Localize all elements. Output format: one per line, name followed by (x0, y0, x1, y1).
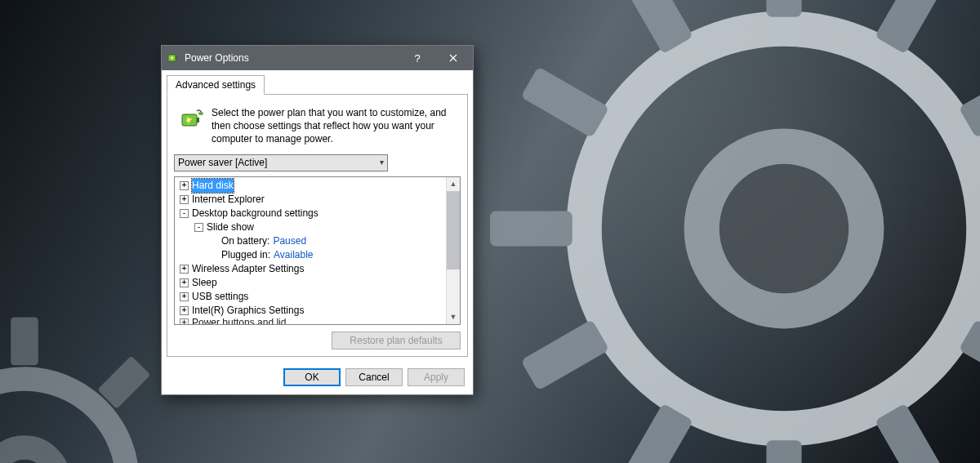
tree-value-plugged-in[interactable]: Plugged in: Available (176, 248, 446, 262)
dialog-body: Advanced settings Select the power plan … (162, 70, 473, 394)
expand-icon[interactable]: + (180, 181, 189, 190)
intro-text: Select the power plan that you want to c… (212, 106, 457, 146)
svg-rect-12 (520, 66, 609, 138)
settings-tree: + Hard disk + Internet Explorer - Deskto… (174, 176, 461, 325)
advanced-settings-panel: Select the power plan that you want to c… (167, 95, 468, 357)
battery-icon (167, 51, 180, 65)
tree-item-power-buttons[interactable]: + Power buttons and lid (176, 316, 446, 324)
scroll-up-icon[interactable]: ▲ (447, 177, 460, 191)
tree-item-internet-explorer[interactable]: + Internet Explorer (176, 193, 446, 207)
gear-large-graphic (490, 0, 980, 463)
expand-icon[interactable]: + (180, 306, 189, 315)
dialog-title: Power Options (185, 52, 399, 64)
tree-label: Internet Explorer (192, 193, 265, 207)
svg-point-15 (0, 447, 59, 463)
expand-icon[interactable]: + (180, 195, 189, 204)
svg-rect-16 (11, 317, 38, 365)
restore-row: Restore plan defaults (174, 325, 461, 349)
desktop-background (0, 0, 980, 463)
tree-item-usb[interactable]: + USB settings (176, 290, 446, 304)
tree-item-wireless[interactable]: + Wireless Adapter Settings (176, 262, 446, 276)
power-options-dialog: Power Options ? Advanced settings Select… (161, 45, 474, 395)
tree-label: Wireless Adapter Settings (192, 262, 304, 276)
tree-label: Slide show (207, 220, 254, 234)
close-button[interactable] (435, 46, 471, 70)
setting-value[interactable]: Available (274, 248, 313, 262)
tree-item-desktop-background[interactable]: - Desktop background settings (176, 207, 446, 220)
scroll-track[interactable] (447, 269, 460, 310)
tab-advanced-settings[interactable]: Advanced settings (167, 75, 265, 95)
svg-rect-25 (176, 56, 177, 60)
help-button[interactable]: ? (399, 46, 435, 70)
svg-rect-4 (490, 211, 572, 246)
close-icon (449, 54, 457, 62)
tree-label: USB settings (192, 290, 248, 304)
intro-row: Select the power plan that you want to c… (174, 103, 461, 154)
setting-label: On battery: (221, 234, 270, 248)
collapse-icon[interactable]: - (180, 209, 189, 218)
expand-icon[interactable]: + (180, 318, 189, 324)
svg-rect-11 (520, 319, 609, 391)
collapse-icon[interactable]: - (194, 223, 203, 232)
power-plan-icon (179, 106, 205, 132)
tree-label: Power buttons and lid (192, 316, 286, 324)
setting-value[interactable]: Paused (273, 234, 306, 248)
scroll-thumb[interactable] (447, 191, 460, 269)
power-plan-selected: Power saver [Active] (178, 157, 267, 168)
tree-body: + Hard disk + Internet Explorer - Deskto… (175, 177, 446, 324)
tree-item-slide-show[interactable]: - Slide show (176, 220, 446, 234)
restore-defaults-button[interactable]: Restore plan defaults (332, 332, 461, 349)
tree-label: Sleep (192, 276, 217, 290)
tree-scrollbar[interactable]: ▲ ▼ (446, 177, 460, 324)
tree-value-on-battery[interactable]: On battery: Paused (176, 234, 446, 248)
tree-label: Desktop background settings (192, 207, 318, 220)
apply-button[interactable]: Apply (408, 368, 465, 386)
svg-rect-2 (766, 0, 801, 17)
tree-item-sleep[interactable]: + Sleep (176, 276, 446, 290)
expand-icon[interactable]: + (180, 265, 189, 274)
cancel-button[interactable]: Cancel (345, 368, 403, 386)
svg-point-28 (198, 112, 203, 115)
tree-label: Hard disk (192, 180, 234, 191)
chevron-down-icon: ▾ (380, 158, 384, 167)
setting-label: Plugged in: (221, 248, 270, 262)
svg-rect-27 (197, 118, 199, 122)
dialog-footer: OK Cancel Apply (162, 362, 473, 394)
expand-icon[interactable]: + (180, 292, 189, 301)
scroll-down-icon[interactable]: ▼ (447, 310, 460, 324)
tabstrip: Advanced settings (167, 75, 468, 95)
titlebar[interactable]: Power Options ? (162, 46, 473, 70)
svg-point-1 (702, 146, 866, 311)
expand-icon[interactable]: + (180, 278, 189, 287)
svg-rect-3 (766, 440, 801, 463)
ok-button[interactable]: OK (283, 368, 341, 386)
tree-item-hard-disk[interactable]: + Hard disk (176, 179, 446, 193)
power-plan-select[interactable]: Power saver [Active] ▾ (174, 154, 388, 171)
